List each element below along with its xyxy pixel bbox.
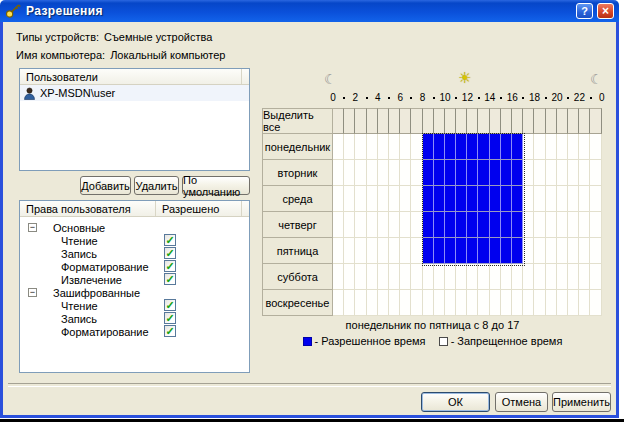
hour-column-header[interactable] xyxy=(445,108,456,134)
cancel-button[interactable]: Отмена xyxy=(495,392,548,412)
schedule-cell[interactable] xyxy=(557,212,568,238)
schedule-cell[interactable] xyxy=(512,134,523,160)
tree-collapse-toggle[interactable]: − xyxy=(28,288,37,297)
schedule-cell[interactable] xyxy=(534,212,545,238)
schedule-cell[interactable] xyxy=(590,160,601,186)
schedule-cell[interactable] xyxy=(344,212,355,238)
schedule-cell[interactable] xyxy=(456,264,467,290)
schedule-cell[interactable] xyxy=(355,290,366,316)
schedule-cell[interactable] xyxy=(590,186,601,212)
schedule-cell[interactable] xyxy=(546,212,557,238)
schedule-cell[interactable] xyxy=(512,238,523,264)
default-permissions-button[interactable]: По умолчанию xyxy=(182,176,250,195)
schedule-cell[interactable] xyxy=(367,186,378,212)
schedule-cell[interactable] xyxy=(568,134,579,160)
permission-checkbox[interactable]: ✓ xyxy=(164,234,176,246)
schedule-cell[interactable] xyxy=(456,238,467,264)
rights-row[interactable]: Чтение✓ xyxy=(20,234,249,247)
schedule-cell[interactable] xyxy=(434,160,445,186)
schedule-cell[interactable] xyxy=(445,290,456,316)
schedule-cell[interactable] xyxy=(467,186,478,212)
hour-column-header[interactable] xyxy=(478,108,489,134)
schedule-cell[interactable] xyxy=(534,160,545,186)
schedule-cell[interactable] xyxy=(445,160,456,186)
schedule-cell[interactable] xyxy=(579,238,590,264)
schedule-cell[interactable] xyxy=(355,238,366,264)
hour-column-header[interactable] xyxy=(378,108,389,134)
schedule-cell[interactable] xyxy=(467,160,478,186)
schedule-cell[interactable] xyxy=(467,264,478,290)
schedule-cell[interactable] xyxy=(389,134,400,160)
title-bar[interactable]: Разрешения ? × xyxy=(0,0,619,22)
schedule-cell[interactable] xyxy=(456,290,467,316)
schedule-cell[interactable] xyxy=(423,160,434,186)
schedule-cell[interactable] xyxy=(378,160,389,186)
schedule-cell[interactable] xyxy=(546,134,557,160)
schedule-cell[interactable] xyxy=(478,160,489,186)
schedule-cell[interactable] xyxy=(367,264,378,290)
select-all-button[interactable]: Выделить все xyxy=(262,108,333,134)
hour-column-header[interactable] xyxy=(501,108,512,134)
rights-row[interactable]: Форматирование✓ xyxy=(20,260,249,273)
hour-column-header[interactable] xyxy=(355,108,366,134)
schedule-cell[interactable] xyxy=(590,212,601,238)
permission-checkbox[interactable]: ✓ xyxy=(164,312,176,324)
schedule-cell[interactable] xyxy=(445,238,456,264)
day-button-вторник[interactable]: вторник xyxy=(262,160,333,186)
schedule-cell[interactable] xyxy=(333,212,344,238)
users-list[interactable]: Пользователи XP-MSDN\user xyxy=(19,68,250,171)
hour-column-header[interactable] xyxy=(546,108,557,134)
hour-column-header[interactable] xyxy=(523,108,534,134)
schedule-cell[interactable] xyxy=(501,264,512,290)
rights-row[interactable]: Запись✓ xyxy=(20,312,249,325)
hour-column-header[interactable] xyxy=(367,108,378,134)
schedule-cell[interactable] xyxy=(579,160,590,186)
schedule-cell[interactable] xyxy=(333,290,344,316)
schedule-cell[interactable] xyxy=(579,134,590,160)
schedule-cell[interactable] xyxy=(333,134,344,160)
schedule-cell[interactable] xyxy=(411,160,422,186)
schedule-cell[interactable] xyxy=(467,238,478,264)
schedule-cell[interactable] xyxy=(456,212,467,238)
schedule-cell[interactable] xyxy=(523,186,534,212)
hour-column-header[interactable] xyxy=(568,108,579,134)
hour-column-header[interactable] xyxy=(557,108,568,134)
hour-column-header[interactable] xyxy=(434,108,445,134)
schedule-cell[interactable] xyxy=(546,264,557,290)
schedule-cell[interactable] xyxy=(389,186,400,212)
rights-row[interactable]: Форматирование✓ xyxy=(20,325,249,338)
schedule-cell[interactable] xyxy=(344,134,355,160)
schedule-cell[interactable] xyxy=(333,238,344,264)
hour-column-header[interactable] xyxy=(456,108,467,134)
schedule-cell[interactable] xyxy=(478,238,489,264)
day-button-воскресенье[interactable]: воскресенье xyxy=(262,290,333,316)
schedule-cell[interactable] xyxy=(378,212,389,238)
schedule-cell[interactable] xyxy=(523,160,534,186)
schedule-cell[interactable] xyxy=(411,212,422,238)
schedule-cell[interactable] xyxy=(568,238,579,264)
schedule-cell[interactable] xyxy=(568,212,579,238)
users-list-header[interactable]: Пользователи xyxy=(20,69,249,85)
apply-button[interactable]: Применить xyxy=(552,392,611,412)
hour-column-header[interactable] xyxy=(590,108,601,134)
schedule-cell[interactable] xyxy=(389,290,400,316)
schedule-cell[interactable] xyxy=(344,160,355,186)
rights-row[interactable]: Чтение✓ xyxy=(20,299,249,312)
add-user-button[interactable]: Добавить xyxy=(80,176,131,195)
user-list-item[interactable]: XP-MSDN\user xyxy=(20,85,249,101)
schedule-cell[interactable] xyxy=(478,212,489,238)
permission-checkbox[interactable]: ✓ xyxy=(164,273,176,285)
schedule-cell[interactable] xyxy=(456,186,467,212)
schedule-cell[interactable] xyxy=(590,238,601,264)
close-button[interactable]: × xyxy=(597,3,614,19)
schedule-cell[interactable] xyxy=(579,186,590,212)
schedule-cell[interactable] xyxy=(355,212,366,238)
schedule-cell[interactable] xyxy=(579,264,590,290)
schedule-cell[interactable] xyxy=(333,160,344,186)
schedule-cell[interactable] xyxy=(411,238,422,264)
permission-checkbox[interactable]: ✓ xyxy=(164,325,176,337)
day-button-пятница[interactable]: пятница xyxy=(262,238,333,264)
schedule-cell[interactable] xyxy=(557,134,568,160)
permission-checkbox[interactable]: ✓ xyxy=(164,260,176,272)
schedule-cell[interactable] xyxy=(512,186,523,212)
